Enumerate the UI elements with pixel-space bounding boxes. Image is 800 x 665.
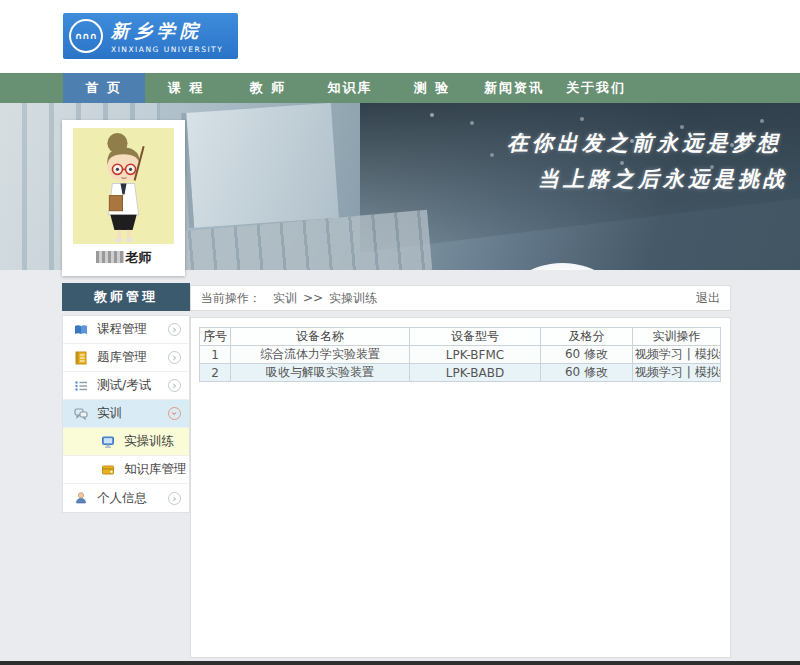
nav-item-home[interactable]: 首 页 bbox=[63, 73, 145, 103]
score-value: 60 bbox=[565, 365, 580, 379]
sidebar-item-practical-training[interactable]: 实训 › bbox=[63, 400, 189, 428]
sidebar-item-tests-exams[interactable]: 测试/考试 › bbox=[63, 372, 189, 400]
chat-bubbles-icon bbox=[74, 407, 88, 421]
modify-link[interactable]: 修改 bbox=[584, 365, 608, 379]
breadcrumb-section[interactable]: 实训 bbox=[273, 286, 297, 310]
cell-equipment-name: 吸收与解吸实验装置 bbox=[231, 364, 410, 382]
cell-score: 60 修改 bbox=[541, 364, 633, 382]
chevron-right-icon[interactable]: › bbox=[168, 323, 181, 336]
cell-operations: 视频学习 | 模拟练习 bbox=[633, 364, 721, 382]
sidebar-menu: 课程管理 › 题库管理 › 测试/考试 › bbox=[62, 315, 190, 513]
col-header-name: 设备名称 bbox=[231, 328, 410, 346]
op-separator: | bbox=[687, 365, 691, 379]
coffee-cup-decoration bbox=[500, 263, 625, 270]
chevron-right-icon[interactable]: › bbox=[168, 351, 181, 364]
teacher-name: 老师 bbox=[62, 249, 185, 267]
cell-equipment-name: 综合流体力学实验装置 bbox=[231, 346, 410, 364]
page: ∩∩∩ 新乡学院 XINXIANG UNIVERSITY 首 页 课 程 教 师… bbox=[0, 0, 800, 665]
sidebar-item-practical-operation-training[interactable]: 实操训练 bbox=[63, 428, 189, 456]
breadcrumb-current: 实操训练 bbox=[329, 286, 377, 310]
sidebar-item-label: 测试/考试 bbox=[97, 377, 151, 394]
table-row: 2 吸收与解吸实验装置 LPK-BABD 60 修改 视频学习 | 模拟练习 bbox=[200, 364, 721, 382]
video-study-link[interactable]: 视频学习 bbox=[635, 347, 683, 361]
cell-no: 1 bbox=[200, 346, 231, 364]
nav-item-courses[interactable]: 课 程 bbox=[145, 73, 227, 103]
col-header-no: 序号 bbox=[200, 328, 231, 346]
simulation-practice-link[interactable]: 模拟练习 bbox=[695, 347, 721, 361]
teacher-avatar bbox=[73, 128, 174, 244]
sidebar-item-label: 实操训练 bbox=[124, 433, 174, 450]
masked-name-block bbox=[96, 251, 124, 263]
content-panel: 序号 设备名称 设备型号 及格分 实训操作 1 综合流体力学实验装置 LPK-B… bbox=[190, 317, 731, 658]
cell-score: 60 修改 bbox=[541, 346, 633, 364]
nav-item-about[interactable]: 关于我们 bbox=[555, 73, 637, 103]
banner-slogan: 在你出发之前永远是梦想 当上路之后永远是挑战 bbox=[507, 129, 782, 193]
university-name-en: XINXIANG UNIVERSITY bbox=[111, 45, 223, 54]
sidebar-item-question-bank[interactable]: 题库管理 › bbox=[63, 344, 189, 372]
nav-item-tests[interactable]: 测 验 bbox=[391, 73, 473, 103]
breadcrumb: 当前操作： 实训 >> 实操训练 退出 bbox=[190, 285, 731, 311]
university-name-cn: 新乡学院 bbox=[111, 19, 223, 43]
monitor-icon bbox=[101, 435, 115, 449]
chevron-right-icon[interactable]: › bbox=[168, 492, 181, 505]
sidebar-item-label: 实训 bbox=[97, 405, 122, 422]
video-study-link[interactable]: 视频学习 bbox=[635, 365, 683, 379]
modify-link[interactable]: 修改 bbox=[584, 347, 608, 361]
user-icon bbox=[74, 491, 88, 505]
cell-no: 2 bbox=[200, 364, 231, 382]
sidebar-title: 教师管理 bbox=[62, 283, 190, 311]
raindrops-decoration bbox=[430, 113, 434, 117]
top-header: ∩∩∩ 新乡学院 XINXIANG UNIVERSITY bbox=[0, 0, 800, 73]
simulation-practice-link[interactable]: 模拟练习 bbox=[695, 365, 721, 379]
cell-operations: 视频学习 | 模拟练习 bbox=[633, 346, 721, 364]
card-wallet-icon bbox=[101, 463, 115, 477]
col-header-model: 设备型号 bbox=[410, 328, 541, 346]
slogan-line-2: 当上路之后永远是挑战 bbox=[507, 165, 788, 193]
chevron-down-icon[interactable]: › bbox=[168, 407, 181, 420]
sidebar-item-label: 题库管理 bbox=[97, 349, 147, 366]
chevron-right-icon[interactable]: › bbox=[168, 379, 181, 392]
table-header-row: 序号 设备名称 设备型号 及格分 实训操作 bbox=[200, 328, 721, 346]
op-separator: | bbox=[687, 347, 691, 361]
footer-bar bbox=[0, 661, 800, 665]
equipment-table: 序号 设备名称 设备型号 及格分 实训操作 1 综合流体力学实验装置 LPK-B… bbox=[199, 327, 721, 382]
sidebar-item-label: 个人信息 bbox=[97, 490, 147, 507]
list-icon bbox=[74, 379, 88, 393]
col-header-operations: 实训操作 bbox=[633, 328, 721, 346]
table-row: 1 综合流体力学实验装置 LPK-BFMC 60 修改 视频学习 | 模拟练习 bbox=[200, 346, 721, 364]
laptop-decoration bbox=[181, 103, 339, 228]
sidebar-item-knowledge-base-management[interactable]: 知识库管理 bbox=[63, 456, 189, 484]
sidebar-item-course-management[interactable]: 课程管理 › bbox=[63, 316, 189, 344]
sidebar-item-label: 知识库管理 bbox=[124, 461, 187, 478]
sidebar-item-personal-info[interactable]: 个人信息 › bbox=[63, 484, 189, 512]
logout-button[interactable]: 退出 bbox=[696, 286, 720, 310]
breadcrumb-separator: >> bbox=[303, 286, 323, 310]
nav-item-news[interactable]: 新闻资讯 bbox=[473, 73, 555, 103]
main-nav: 首 页 课 程 教 师 知识库 测 验 新闻资讯 关于我们 bbox=[0, 73, 800, 103]
sidebar-item-label: 课程管理 bbox=[97, 321, 147, 338]
col-header-score: 及格分 bbox=[541, 328, 633, 346]
university-logo: ∩∩∩ 新乡学院 XINXIANG UNIVERSITY bbox=[63, 13, 238, 59]
nav-item-knowledge-base[interactable]: 知识库 bbox=[309, 73, 391, 103]
notebook-icon bbox=[74, 351, 88, 365]
book-icon bbox=[74, 323, 88, 337]
score-value: 60 bbox=[565, 347, 580, 361]
teacher-name-suffix: 老师 bbox=[126, 250, 152, 265]
slogan-line-1: 在你出发之前永远是梦想 bbox=[507, 129, 782, 157]
cell-model: LPK-BABD bbox=[410, 364, 541, 382]
breadcrumb-label: 当前操作： bbox=[201, 286, 261, 310]
cell-model: LPK-BFMC bbox=[410, 346, 541, 364]
university-seal-icon: ∩∩∩ bbox=[69, 19, 103, 53]
nav-item-teachers[interactable]: 教 师 bbox=[227, 73, 309, 103]
teacher-profile-card: 老师 bbox=[62, 120, 185, 276]
